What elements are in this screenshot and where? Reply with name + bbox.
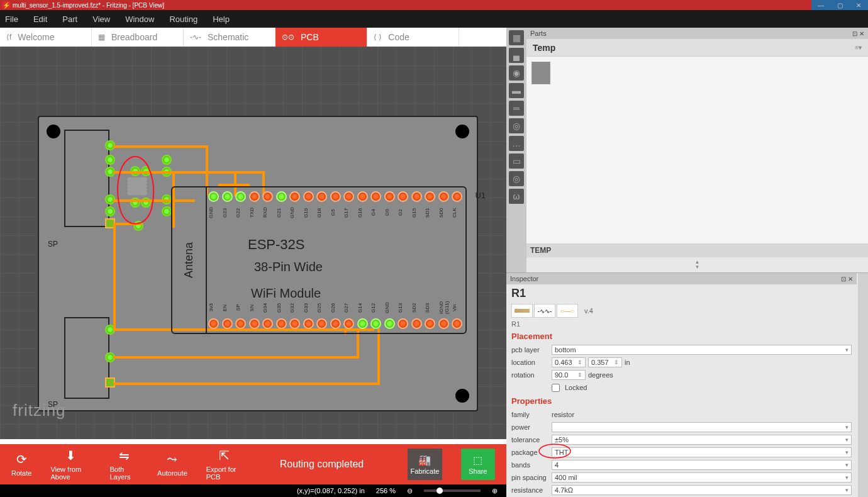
pin[interactable] <box>249 191 260 202</box>
zoom-thumb[interactable] <box>437 488 443 494</box>
rotation-input[interactable]: 90.0 <box>552 370 586 380</box>
pin[interactable] <box>411 318 422 329</box>
menu-window[interactable]: Window <box>125 14 154 24</box>
bands-combo[interactable]: 4 <box>552 460 852 470</box>
more-icon[interactable]: … <box>509 136 524 151</box>
pin[interactable] <box>384 191 395 202</box>
minimize-button[interactable]: — <box>811 0 830 10</box>
power-icon[interactable]: ω <box>509 189 524 204</box>
menu-icon[interactable]: ≡▾ <box>855 44 862 51</box>
ic-icon[interactable]: ▄ <box>509 48 524 63</box>
core-parts-icon[interactable]: ▦ <box>509 30 524 45</box>
pin[interactable] <box>303 191 314 202</box>
pin[interactable] <box>384 318 395 329</box>
sensor-icon[interactable]: ◎ <box>509 118 524 133</box>
export-pcb-button[interactable]: ⇱Export for PCB <box>206 448 242 481</box>
chip-icon[interactable]: ▭ <box>509 154 524 169</box>
breadboard-view-icon[interactable] <box>511 304 533 318</box>
pin-spacing-combo[interactable]: 400 mil <box>552 472 852 483</box>
pin[interactable] <box>370 318 381 329</box>
panel-controls[interactable]: ⊡ ✕ <box>852 30 864 37</box>
menu-routing[interactable]: Routing <box>169 14 198 24</box>
power-combo[interactable] <box>552 422 852 432</box>
location-x-input[interactable]: 0.463 <box>552 357 586 367</box>
pin[interactable] <box>276 191 287 202</box>
pad[interactable] <box>162 206 172 216</box>
menu-edit[interactable]: Edit <box>33 14 47 24</box>
tab-schematic[interactable]: -∿-Schematic <box>184 28 275 47</box>
microcontroller-icon[interactable]: ▬ <box>509 83 524 98</box>
panel-controls[interactable]: ⊡ ✕ <box>841 276 853 282</box>
pin[interactable] <box>398 191 408 202</box>
pin[interactable] <box>235 191 246 202</box>
pin[interactable] <box>222 318 233 329</box>
pin[interactable] <box>276 318 287 329</box>
pin[interactable] <box>452 318 462 329</box>
pin[interactable] <box>303 318 314 329</box>
package-combo[interactable]: THT <box>552 447 852 457</box>
pcb-board[interactable]: SP SP <box>38 116 478 411</box>
parts-scroll[interactable]: ▲▼ <box>526 257 868 272</box>
pin[interactable] <box>425 191 435 202</box>
zoom-in-button[interactable]: ⊕ <box>492 487 498 495</box>
view-above-button[interactable]: ⬇View from Above <box>50 448 91 481</box>
pin[interactable] <box>425 318 435 329</box>
pin[interactable] <box>235 318 246 329</box>
maximize-button[interactable]: ▢ <box>830 0 849 10</box>
connection-icon[interactable]: ◉ <box>509 65 524 81</box>
location-y-input[interactable]: 0.357 <box>588 357 622 367</box>
pin[interactable] <box>357 191 368 202</box>
pin[interactable] <box>330 318 341 329</box>
autoroute-button[interactable]: ⤳Autoroute <box>157 452 187 477</box>
tab-breadboard[interactable]: ▦Breadboard <box>92 28 184 47</box>
pin[interactable] <box>262 191 273 202</box>
pin[interactable] <box>262 318 273 329</box>
pin[interactable] <box>452 191 462 202</box>
pin[interactable] <box>438 318 449 329</box>
fabricate-button[interactable]: 🏭Fabricate <box>408 449 442 480</box>
tab-welcome[interactable]: ⟨fWelcome <box>0 28 92 47</box>
esp32-module[interactable]: Antena ESP-32S 38-Pin Wide WiFi Module U… <box>171 186 467 334</box>
part-thumbnail[interactable] <box>531 62 550 84</box>
pad[interactable] <box>105 206 115 216</box>
pin[interactable] <box>222 191 233 202</box>
inspector-scrollbar[interactable] <box>858 273 868 497</box>
close-button[interactable]: ✕ <box>849 0 868 10</box>
pcb-canvas[interactable]: SP SP <box>0 47 506 439</box>
pin[interactable] <box>316 318 327 329</box>
tab-pcb[interactable]: ⊙⊙PCB <box>275 28 367 47</box>
pin[interactable] <box>343 191 354 202</box>
parts-list[interactable] <box>526 57 868 243</box>
pin[interactable] <box>398 318 408 329</box>
pin[interactable] <box>289 191 300 202</box>
pin[interactable] <box>208 191 219 202</box>
pcb-layer-combo[interactable]: bottom <box>552 345 852 355</box>
tab-code[interactable]: ⟨ ⟩Code <box>367 28 459 47</box>
tolerance-combo[interactable]: ±5% <box>552 435 852 445</box>
pad[interactable] <box>162 155 172 165</box>
menu-part[interactable]: Part <box>62 14 77 24</box>
pin[interactable] <box>411 191 422 202</box>
zoom-out-button[interactable]: ⊖ <box>407 487 413 495</box>
resistance-combo[interactable]: 4.7kΩ <box>552 485 852 495</box>
resistor-body[interactable] <box>127 177 147 196</box>
menu-help[interactable]: Help <box>213 14 230 24</box>
pin[interactable] <box>343 318 354 329</box>
rotate-button[interactable]: ⟳Rotate <box>11 452 31 477</box>
share-button[interactable]: ⬚Share <box>461 449 495 480</box>
wireless-icon[interactable]: ◎ <box>509 171 524 186</box>
zoom-slider[interactable] <box>424 489 481 492</box>
menu-file[interactable]: File <box>5 14 18 24</box>
pin[interactable] <box>289 318 300 329</box>
resistor-icon[interactable]: ═ <box>509 101 524 116</box>
locked-checkbox[interactable] <box>552 384 560 392</box>
pin[interactable] <box>370 191 381 202</box>
pin[interactable] <box>330 191 341 202</box>
pin[interactable] <box>438 191 449 202</box>
pad[interactable] <box>105 155 115 165</box>
schematic-view-icon[interactable]: -∿∿- <box>534 304 555 318</box>
both-layers-button[interactable]: ⇋Both Layers <box>109 448 138 481</box>
pin[interactable] <box>316 191 327 202</box>
pin[interactable] <box>357 318 368 329</box>
pin[interactable] <box>249 318 260 329</box>
